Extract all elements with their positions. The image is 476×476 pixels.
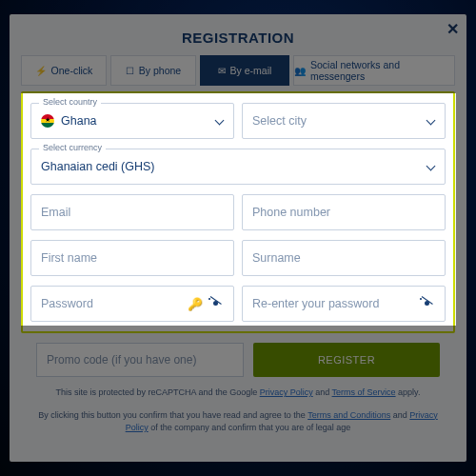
fine-text: of the company and confirm that you are … bbox=[149, 423, 351, 432]
close-button[interactable]: ✕ bbox=[446, 20, 459, 38]
fine-text: and bbox=[313, 387, 332, 397]
terms-and-conditions-link[interactable]: Terms and Conditions bbox=[307, 410, 390, 420]
surname-field[interactable] bbox=[242, 240, 446, 276]
field-legend: Select currency bbox=[39, 143, 106, 152]
register-button[interactable]: REGISTER bbox=[253, 343, 440, 377]
ghana-flag-icon bbox=[41, 114, 54, 128]
field-legend: Select country bbox=[39, 97, 101, 107]
currency-select[interactable]: Select currency Ghanaian cedi (GHS) bbox=[30, 149, 446, 185]
spotlight-dim bbox=[456, 93, 466, 326]
password-field[interactable]: 🔑 bbox=[30, 286, 234, 322]
bolt-icon: ⚡ bbox=[35, 66, 47, 76]
fine-text: By clicking this button you confirm that… bbox=[38, 410, 307, 420]
password-input[interactable] bbox=[41, 297, 182, 310]
email-field[interactable] bbox=[30, 194, 234, 230]
city-select[interactable]: Select city bbox=[242, 103, 446, 139]
highlighted-form-area: Select country Ghana Select city Select … bbox=[21, 91, 455, 333]
fine-text: This site is protected by reCAPTCHA and … bbox=[56, 387, 260, 397]
mail-icon: ✉ bbox=[218, 66, 226, 76]
registration-tabs: ⚡ One-click ☐ By phone ✉ By e-mail 👥 Soc… bbox=[21, 55, 455, 86]
surname-input[interactable] bbox=[252, 251, 435, 265]
chevron-down-icon bbox=[426, 162, 435, 171]
eye-off-icon[interactable] bbox=[208, 298, 224, 309]
fine-text: apply. bbox=[396, 387, 421, 397]
tab-label: One-click bbox=[51, 65, 93, 76]
promo-input[interactable] bbox=[47, 353, 233, 367]
eye-off-icon[interactable] bbox=[420, 298, 435, 309]
chevron-down-icon bbox=[426, 116, 435, 126]
terms-of-service-link[interactable]: Terms of Service bbox=[332, 387, 396, 397]
tab-social[interactable]: 👥 Social networks and messengers bbox=[293, 55, 455, 86]
phone-icon: ☐ bbox=[126, 66, 134, 76]
privacy-policy-link[interactable]: Privacy Policy bbox=[260, 387, 313, 397]
tab-label: Social networks and messengers bbox=[310, 59, 454, 82]
people-icon: 👥 bbox=[294, 66, 306, 76]
repassword-field[interactable] bbox=[242, 286, 446, 322]
country-select[interactable]: Select country Ghana bbox=[30, 103, 234, 139]
phone-input[interactable] bbox=[252, 206, 435, 219]
city-placeholder: Select city bbox=[252, 114, 426, 128]
age-terms-notice: By clicking this button you confirm that… bbox=[21, 409, 455, 435]
firstname-input[interactable] bbox=[41, 251, 224, 265]
fine-text: and bbox=[390, 410, 409, 420]
currency-value: Ghanaian cedi (GHS) bbox=[41, 160, 426, 173]
recaptcha-notice: This site is protected by reCAPTCHA and … bbox=[21, 387, 455, 400]
modal-title: REGISTRATION bbox=[21, 30, 455, 46]
phone-field[interactable] bbox=[242, 194, 446, 230]
key-icon[interactable]: 🔑 bbox=[188, 297, 203, 311]
tab-label: By e-mail bbox=[230, 65, 272, 76]
tab-by-phone[interactable]: ☐ By phone bbox=[110, 55, 196, 86]
bottom-row: REGISTER bbox=[21, 343, 455, 377]
firstname-field[interactable] bbox=[30, 240, 234, 276]
chevron-down-icon bbox=[214, 116, 224, 126]
email-input[interactable] bbox=[41, 206, 224, 219]
registration-modal: ✕ REGISTRATION ⚡ One-click ☐ By phone ✉ … bbox=[10, 14, 466, 462]
tab-by-email[interactable]: ✉ By e-mail bbox=[200, 55, 289, 86]
spotlight-dim bbox=[10, 93, 21, 326]
country-value: Ghana bbox=[61, 114, 214, 128]
tab-label: By phone bbox=[139, 65, 181, 76]
tab-one-click[interactable]: ⚡ One-click bbox=[21, 55, 107, 86]
promo-field[interactable] bbox=[36, 343, 244, 377]
repassword-input[interactable] bbox=[252, 297, 414, 310]
